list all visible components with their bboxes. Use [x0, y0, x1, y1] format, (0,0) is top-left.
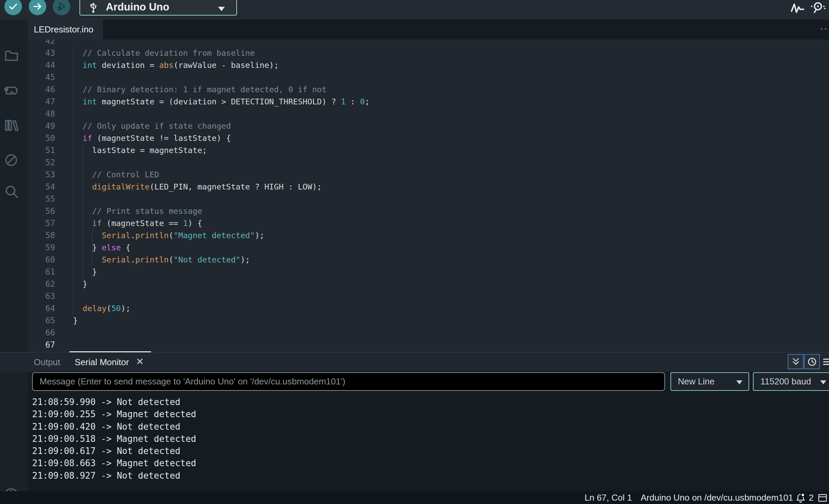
arrow-right-icon	[32, 1, 43, 11]
code-editor[interactable]: 4243 // Calculate deviation from baselin…	[28, 40, 829, 352]
close-icon[interactable]: ✕	[136, 356, 144, 367]
clear-output-icon[interactable]	[823, 355, 829, 368]
serial-message-input[interactable]	[32, 372, 665, 391]
code-line[interactable]: 64 delay(50);	[28, 302, 829, 314]
board-port-status[interactable]: Arduino Uno on /dev/cu.usbmodem101	[641, 491, 793, 504]
notifications-bell-icon[interactable]	[795, 493, 806, 504]
code-text: if (magnetState != lastState) {	[73, 132, 231, 144]
serial-line: 21:09:08.927 -> Not detected	[32, 470, 776, 482]
code-line[interactable]: 66	[28, 327, 829, 339]
autoscroll-toggle-button[interactable]	[788, 354, 804, 369]
sidebar-item-debug[interactable]	[4, 153, 19, 168]
sidebar-item-boards-manager[interactable]	[4, 83, 19, 98]
toolbar: Arduino Uno	[0, 0, 829, 20]
code-line[interactable]: 57 if (magnetState == 1) {	[28, 217, 829, 229]
cursor-position[interactable]: Ln 67, Col 1	[585, 491, 632, 504]
line-number: 57	[28, 217, 55, 229]
code-line[interactable]: 63	[28, 290, 829, 302]
check-icon	[8, 1, 18, 11]
tab-label: LEDresistor.ino	[34, 24, 93, 35]
code-line[interactable]: 54 digitalWrite(LED_PIN, magnetState ? H…	[28, 181, 829, 193]
serial-line: 21:09:00.617 -> Not detected	[32, 445, 776, 457]
tab-serial-monitor[interactable]: Serial Monitor	[75, 357, 129, 368]
code-line[interactable]: 51 lastState = magnetState;	[28, 144, 829, 156]
code-text: }	[73, 266, 97, 278]
line-ending-dropdown[interactable]: New Line	[670, 372, 749, 391]
code-line[interactable]: 60 Serial.println("Not detected");	[28, 254, 829, 266]
panel-layout-icon[interactable]	[818, 493, 828, 504]
line-number: 58	[28, 229, 55, 242]
line-number: 56	[28, 205, 55, 217]
code-line[interactable]: 42	[28, 40, 829, 47]
timestamp-toggle-button[interactable]	[804, 354, 820, 369]
code-text: }	[73, 314, 78, 327]
line-number: 43	[28, 47, 55, 59]
sidebar-item-sketchbook[interactable]	[4, 48, 19, 64]
line-number: 48	[28, 108, 55, 120]
serial-monitor-icon[interactable]	[811, 1, 826, 14]
code-line[interactable]: 47 int magnetState = (deviation > DETECT…	[28, 96, 829, 108]
line-number: 63	[28, 290, 55, 302]
board-icon	[4, 83, 19, 98]
code-text: lastState = magnetState;	[73, 144, 207, 156]
activity-sidebar	[0, 20, 28, 491]
code-line[interactable]: 56 // Print status message	[28, 205, 829, 217]
baud-rate-dropdown[interactable]: 115200 baud	[753, 372, 829, 391]
line-number: 59	[28, 242, 55, 254]
board-selector[interactable]: Arduino Uno	[79, 0, 237, 16]
sidebar-item-library-manager[interactable]	[4, 117, 19, 133]
code-line[interactable]: 43 // Calculate deviation from baseline	[28, 47, 829, 59]
line-number: 47	[28, 96, 55, 108]
code-line[interactable]: 45	[28, 71, 829, 83]
tab-ledresistor[interactable]: LEDresistor.ino	[28, 20, 103, 40]
code-line[interactable]: 52	[28, 156, 829, 169]
tab-output[interactable]: Output	[34, 357, 60, 368]
line-number: 67	[28, 339, 55, 351]
line-number: 62	[28, 278, 55, 290]
line-number: 45	[28, 71, 55, 83]
code-line[interactable]: 53 // Control LED	[28, 169, 829, 181]
code-lines: 4243 // Calculate deviation from baselin…	[28, 40, 829, 351]
chevron-down-icon	[218, 7, 225, 11]
baud-rate-value: 115200 baud	[760, 376, 811, 387]
line-number: 50	[28, 132, 55, 144]
code-line[interactable]: 59 } else {	[28, 242, 829, 254]
editor-tab-bar: LEDresistor.ino ⋯	[28, 20, 829, 40]
code-line[interactable]: 58 Serial.println("Magnet detected");	[28, 229, 829, 242]
code-text: Serial.println("Magnet detected");	[73, 229, 264, 242]
line-number: 44	[28, 59, 55, 71]
code-text: int magnetState = (deviation > DETECTION…	[73, 96, 370, 108]
code-line[interactable]: 46 // Binary detection: 1 if magnet dete…	[28, 83, 829, 96]
folder-icon	[4, 48, 19, 64]
code-line[interactable]: 65}	[28, 314, 829, 327]
upload-button[interactable]	[29, 0, 46, 15]
line-number: 65	[28, 314, 55, 327]
debug-play-icon	[56, 1, 67, 11]
line-ending-value: New Line	[678, 376, 714, 387]
line-number: 55	[28, 193, 55, 205]
serial-output[interactable]: 21:08:59.990 -> Not detected21:09:00.255…	[32, 396, 776, 482]
code-line[interactable]: 62 }	[28, 278, 829, 290]
verify-button[interactable]	[4, 0, 22, 15]
serial-plotter-icon[interactable]	[790, 1, 805, 14]
code-line[interactable]: 50 if (magnetState != lastState) {	[28, 132, 829, 144]
code-text: int deviation = abs(rawValue - baseline)…	[73, 59, 279, 71]
code-line[interactable]: 48	[28, 108, 829, 120]
code-text: if (magnetState == 1) {	[73, 217, 202, 229]
code-line[interactable]: 61 }	[28, 266, 829, 278]
code-line[interactable]: 55	[28, 193, 829, 205]
code-line[interactable]: 44 int deviation = abs(rawValue - baseli…	[28, 59, 829, 71]
code-line[interactable]: 67	[28, 339, 829, 351]
code-line[interactable]: 49 // Only update if state changed	[28, 120, 829, 132]
code-text: digitalWrite(LED_PIN, magnetState ? HIGH…	[73, 181, 322, 193]
prohibited-icon	[4, 153, 19, 168]
code-text: Serial.println("Not detected");	[73, 254, 250, 266]
serial-line: 21:09:00.518 -> Magnet detected	[32, 433, 776, 445]
tab-more-icon[interactable]: ⋯	[820, 22, 829, 36]
code-text: // Binary detection: 1 if magnet detecte…	[73, 83, 327, 96]
sidebar-item-search[interactable]	[4, 184, 19, 199]
debug-button[interactable]	[53, 0, 70, 15]
notification-count: 2	[809, 491, 813, 504]
code-text: // Only update if state changed	[73, 120, 231, 132]
chevron-down-icon	[820, 380, 826, 384]
